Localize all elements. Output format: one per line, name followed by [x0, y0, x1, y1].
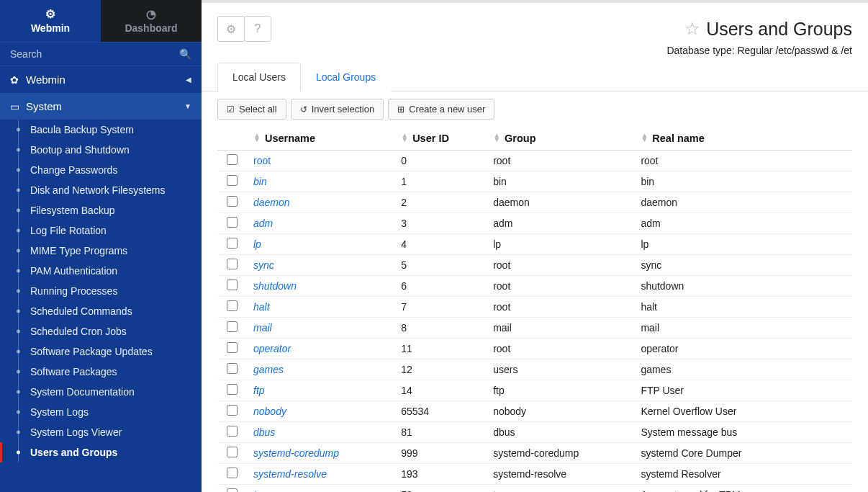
row-checkbox[interactable] [227, 488, 238, 492]
username-link[interactable]: adm [253, 218, 273, 229]
row-checkbox[interactable] [227, 468, 238, 478]
nav-section-system[interactable]: ▭ System ▼ [0, 93, 202, 120]
group-cell: mail [486, 318, 633, 339]
realname-cell: Kernel Overflow User [633, 401, 852, 422]
tab-local-groups[interactable]: Local Groups [301, 63, 391, 91]
sidebar-item-software-package-updates[interactable]: Software Package Updates [0, 341, 202, 362]
col-uid[interactable]: ▲▼User ID [394, 127, 486, 151]
group-cell: root [486, 339, 633, 359]
row-checkbox[interactable] [227, 259, 238, 269]
create-user-button[interactable]: ⊞ Create a new user [388, 99, 494, 120]
select-all-button[interactable]: ☑ Select all [217, 99, 286, 120]
row-checkbox[interactable] [227, 217, 238, 228]
row-checkbox[interactable] [227, 238, 238, 249]
nav-section-webmin[interactable]: ✿ Webmin ◀ [0, 66, 202, 93]
username-link[interactable]: halt [253, 301, 270, 313]
row-checkbox[interactable] [227, 300, 238, 311]
sidebar-item-pam-authentication[interactable]: PAM Authentication [0, 261, 202, 281]
invert-selection-button[interactable]: ↺ Invert selection [291, 99, 384, 120]
username-link[interactable]: games [253, 364, 284, 375]
sidebar-item-filesystem-backup[interactable]: Filesystem Backup [0, 200, 202, 220]
realname-cell: FTP User [633, 380, 852, 401]
row-checkbox[interactable] [227, 342, 238, 353]
tab-local-users[interactable]: Local Users [217, 63, 301, 91]
sidebar-item-log-file-rotation[interactable]: Log File Rotation [0, 220, 202, 241]
sidebar-item-change-passwords[interactable]: Change Passwords [0, 160, 202, 180]
username-link[interactable]: operator [253, 343, 291, 354]
group-cell: root [486, 276, 633, 297]
sidebar-item-running-processes[interactable]: Running Processes [0, 281, 202, 301]
realname-cell: halt [633, 297, 852, 318]
users-table: ▲▼Username ▲▼User ID ▲▼Group ▲▼Real name… [217, 127, 852, 492]
group-cell: systemd-coredump [486, 443, 633, 464]
sidebar-item-scheduled-cron-jobs[interactable]: Scheduled Cron Jobs [0, 321, 202, 341]
sidebar-item-bootup-and-shutdown[interactable]: Bootup and Shutdown [0, 140, 202, 160]
row-checkbox[interactable] [227, 384, 238, 395]
uid-cell: 12 [394, 359, 486, 380]
sidebar-item-users-and-groups[interactable]: Users and Groups [0, 442, 202, 462]
row-checkbox[interactable] [227, 426, 238, 437]
uid-cell: 65534 [394, 401, 486, 422]
help-button[interactable]: ? [244, 16, 271, 42]
db-type-label: Database type: Regular /etc/passwd & /et [217, 45, 852, 56]
group-cell: dbus [486, 422, 633, 443]
config-button[interactable]: ⚙ [217, 16, 245, 42]
uid-cell: 59 [394, 485, 486, 493]
username-link[interactable]: root [253, 155, 271, 166]
username-link[interactable]: systemd-resolve [253, 468, 327, 480]
search-input[interactable] [10, 48, 179, 60]
username-link[interactable]: ftp [253, 385, 265, 396]
realname-cell: System message bus [633, 422, 852, 443]
row-checkbox[interactable] [227, 321, 238, 332]
star-icon[interactable]: ☆ [684, 19, 700, 39]
group-cell: bin [486, 171, 633, 192]
realname-cell: Account used for TPM access [633, 485, 852, 493]
row-checkbox[interactable] [227, 196, 238, 207]
uid-cell: 0 [394, 151, 486, 171]
username-link[interactable]: mail [253, 322, 272, 334]
sidebar-item-bacula-backup-system[interactable]: Bacula Backup System [0, 120, 202, 140]
col-real[interactable]: ▲▼Real name [633, 127, 852, 151]
realname-cell: operator [633, 339, 852, 359]
row-checkbox[interactable] [227, 447, 238, 457]
sidebar-item-system-logs-viewer[interactable]: System Logs Viewer [0, 422, 202, 442]
username-link[interactable]: dbus [253, 426, 275, 438]
realname-cell: mail [633, 318, 852, 339]
sidebar-item-system-logs[interactable]: System Logs [0, 402, 202, 422]
search-icon[interactable]: 🔍 [179, 48, 191, 60]
uid-cell: 5 [394, 255, 486, 276]
invert-icon: ↺ [300, 104, 307, 115]
table-row: games12usersgames [217, 359, 852, 380]
dashboard-icon: ◔ [146, 9, 156, 20]
username-link[interactable]: sync [253, 259, 274, 271]
row-checkbox[interactable] [227, 405, 238, 416]
row-checkbox[interactable] [227, 279, 238, 290]
username-link[interactable]: lp [253, 238, 261, 250]
username-link[interactable]: daemon [253, 197, 290, 208]
row-checkbox[interactable] [227, 363, 238, 374]
username-link[interactable]: tss [253, 489, 266, 492]
group-cell: root [486, 151, 633, 171]
row-checkbox[interactable] [227, 175, 238, 186]
sidebar-item-mime-type-programs[interactable]: MIME Type Programs [0, 241, 202, 261]
username-link[interactable]: systemd-coredump [253, 447, 339, 459]
button-label: Create a new user [409, 104, 485, 115]
col-username[interactable]: ▲▼Username [246, 127, 394, 151]
sidebar-item-disk-and-network-filesystems[interactable]: Disk and Network Filesystems [0, 180, 202, 200]
group-cell: users [486, 359, 633, 380]
username-link[interactable]: nobody [253, 406, 286, 417]
row-checkbox[interactable] [227, 154, 238, 165]
username-link[interactable]: shutdown [253, 280, 297, 292]
sidebar-tab-dashboard[interactable]: ◔ Dashboard [101, 0, 202, 42]
content-tabs: Local Users Local Groups [202, 62, 868, 91]
help-icon: ? [255, 22, 261, 35]
sidebar-item-scheduled-commands[interactable]: Scheduled Commands [0, 301, 202, 321]
col-group[interactable]: ▲▼Group [486, 127, 633, 151]
sidebar-item-system-documentation[interactable]: System Documentation [0, 382, 202, 402]
uid-cell: 999 [394, 443, 486, 464]
sidebar-tab-label: Dashboard [125, 22, 177, 34]
nav-label: Webmin [26, 73, 186, 86]
username-link[interactable]: bin [253, 176, 267, 187]
sidebar-tab-webmin[interactable]: ⚙ Webmin [0, 0, 101, 42]
sidebar-item-software-packages[interactable]: Software Packages [0, 362, 202, 382]
